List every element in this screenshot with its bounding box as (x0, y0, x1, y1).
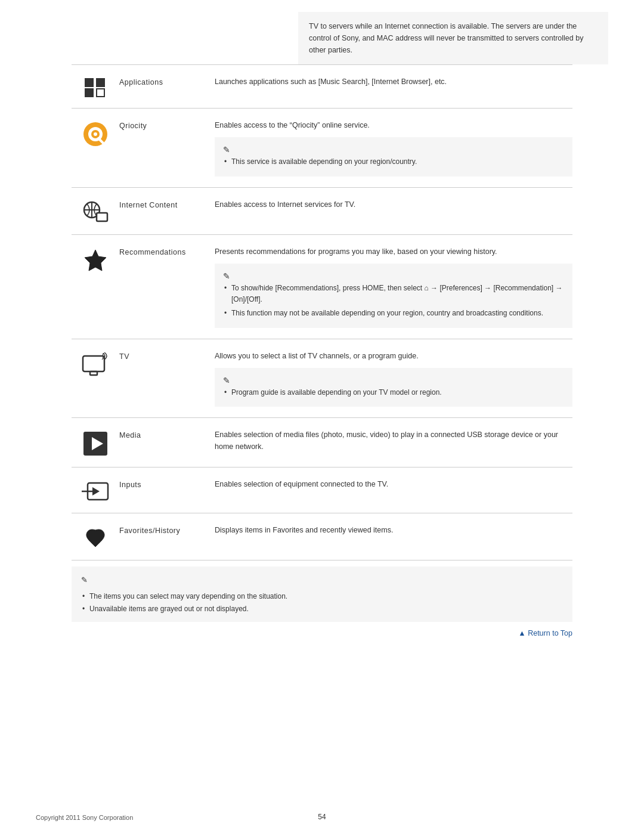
qriocity-icon (72, 119, 119, 147)
note-pencil-icon: ✎ (223, 143, 564, 156)
feature-desc-tv: Allows you to select a list of TV channe… (215, 350, 572, 407)
feature-name-inputs: Inputs (119, 478, 215, 489)
note-item: To show/hide [Recommendations], press HO… (223, 283, 564, 305)
table-row: Qriocity Enables access to the “Qriocity… (72, 108, 572, 187)
feature-name-qriocity: Qriocity (119, 119, 215, 130)
internet-content-icon (72, 199, 119, 224)
bottom-note-icon: ✎ (81, 574, 563, 587)
feature-desc-qriocity: Enables access to the “Qriocity” online … (215, 119, 572, 176)
return-to-top-link[interactable]: ▲ Return to Top (518, 629, 572, 637)
feature-desc-media: Enables selection of media files (photo,… (215, 429, 572, 453)
note-item: This function may not be available depen… (223, 308, 564, 319)
table-row: Media Enables selection of media files (… (72, 417, 572, 467)
feature-name-favorites: Favorites/History (119, 524, 215, 535)
svg-rect-8 (97, 213, 107, 221)
feature-name-recommendations: Recommendations (119, 246, 215, 256)
table-row: Favorites/History Displays items in Favo… (72, 513, 572, 561)
feature-desc-recommendations: Presents recommendations for programs yo… (215, 246, 572, 328)
table-row: Inputs Enables selection of equipment co… (72, 467, 572, 513)
note-pencil-icon: ✎ (223, 270, 564, 283)
feature-name-applications: Applications (119, 76, 215, 86)
media-icon (72, 429, 119, 456)
feature-name-media: Media (119, 429, 215, 439)
applications-icon (72, 76, 119, 97)
bottom-note: ✎ The items you can select may vary depe… (72, 566, 572, 622)
return-to-top[interactable]: ▲ Return to Top (36, 629, 572, 637)
note-pencil-icon: ✎ (223, 374, 564, 387)
table-row: Internet Content Enables access to Inter… (72, 187, 572, 234)
svg-rect-10 (83, 356, 104, 371)
feature-desc-inputs: Enables selection of equipment connected… (215, 478, 572, 490)
svg-marker-9 (85, 250, 106, 271)
inputs-icon (72, 478, 119, 502)
svg-marker-17 (92, 487, 100, 496)
page-number: 54 (318, 813, 326, 821)
note-item: Program guide is available depending on … (223, 387, 564, 398)
feature-desc-internet-content: Enables access to Internet services for … (215, 199, 572, 210)
copyright: Copyright 2011 Sony Corporation (36, 814, 133, 821)
feature-name-internet-content: Internet Content (119, 199, 215, 209)
svg-point-3 (94, 132, 97, 136)
bottom-note-item: Unavailable items are grayed out or not … (81, 603, 563, 615)
svg-text:ʃ: ʃ (101, 352, 104, 360)
feature-desc-favorites: Displays items in Favorites and recently… (215, 524, 572, 536)
table-row: ʃ TV Allows you to select a list of TV c… (72, 339, 572, 418)
favorites-icon (72, 524, 119, 549)
svg-rect-11 (90, 371, 97, 375)
tv-icon: ʃ (72, 350, 119, 376)
table-row: Applications Launches applications such … (72, 64, 572, 108)
top-note: TV to servers while an Internet connecti… (298, 12, 608, 64)
feature-desc-applications: Launches applications such as [Music Sea… (215, 76, 572, 88)
recommendations-icon (72, 246, 119, 272)
feature-name-tv: TV (119, 350, 215, 361)
note-item: This service is available depending on y… (223, 156, 564, 168)
table-row: Recommendations Presents recommendations… (72, 234, 572, 339)
feature-table: Applications Launches applications such … (72, 64, 572, 561)
bottom-note-item: The items you can select may vary depend… (81, 590, 563, 602)
